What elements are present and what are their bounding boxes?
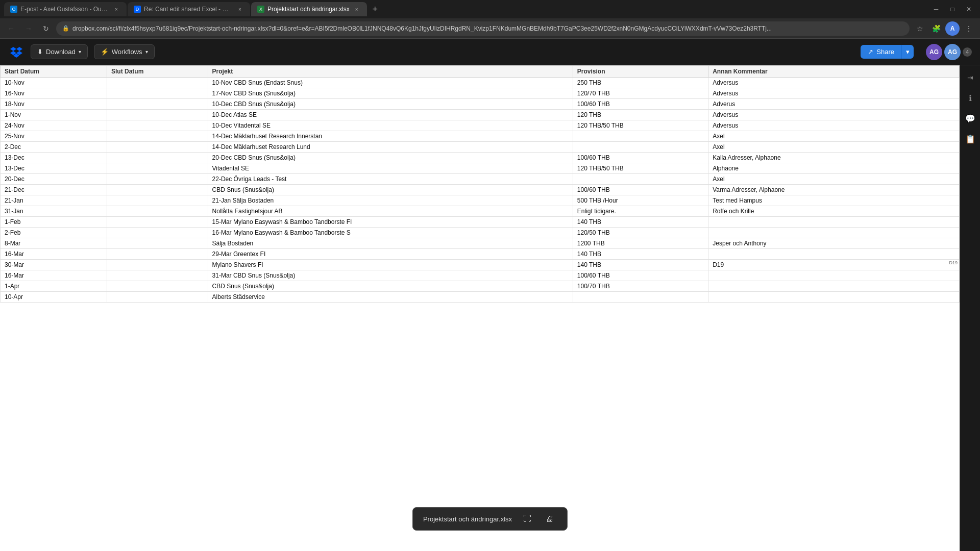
table-row[interactable]: 2-Dec14-Dec Mäklarhuset Research LundAxe… (1, 142, 960, 153)
table-cell[interactable] (107, 206, 208, 217)
notification-count[interactable]: 4 (963, 47, 972, 57)
table-row[interactable]: 1-Nov10-Dec Atlas SE120 THBAdversus (1, 110, 960, 120)
table-cell[interactable]: 1-Nov (1, 110, 107, 120)
table-cell[interactable]: 100/60 THB (573, 185, 708, 195)
table-cell[interactable]: 10-Nov CBD Snus (Endast Snus) (208, 78, 573, 88)
table-cell[interactable]: 10-Dec CBD Snus (Snus&olja) (208, 99, 573, 110)
forward-button[interactable]: → (21, 21, 36, 36)
table-cell[interactable]: 15-Mar Mylano Easywash & Bamboo Tandbors… (208, 217, 573, 228)
table-cell[interactable] (107, 281, 208, 292)
table-row[interactable]: 8-MarSälja Bostaden1200 THBJesper och An… (1, 238, 960, 249)
table-cell[interactable]: 20-Dec (1, 174, 107, 185)
table-cell[interactable]: 2-Feb (1, 228, 107, 238)
table-cell[interactable] (107, 238, 208, 249)
table-cell[interactable] (573, 142, 708, 153)
table-cell[interactable]: 120/50 THB (573, 228, 708, 238)
table-cell[interactable]: 16-Mar Mylano Easywash & Bamboo Tandbors… (208, 228, 573, 238)
table-cell[interactable] (107, 260, 208, 270)
table-cell[interactable] (708, 270, 960, 281)
menu-button[interactable]: ⋮ (962, 21, 976, 36)
table-row[interactable]: 2-Feb16-Mar Mylano Easywash & Bamboo Tan… (1, 228, 960, 238)
table-cell[interactable]: D19D19 (708, 260, 960, 270)
reload-button[interactable]: ↻ (39, 21, 53, 36)
table-cell[interactable]: Adversus (708, 110, 960, 120)
table-cell[interactable] (107, 195, 208, 206)
sidebar-info-icon[interactable]: ℹ (962, 90, 978, 106)
table-cell[interactable]: 100/70 THB (573, 281, 708, 292)
table-row[interactable]: 21-Jan21-Jan Sälja Bostaden500 THB /Hour… (1, 195, 960, 206)
table-cell[interactable]: 10-Dec Vitadental SE (208, 120, 573, 131)
table-cell[interactable] (107, 185, 208, 195)
table-cell[interactable] (107, 292, 208, 303)
table-row[interactable]: 10-AprAlberts Städservice (1, 292, 960, 303)
table-cell[interactable]: 24-Nov (1, 120, 107, 131)
table-cell[interactable]: 17-Nov CBD Snus (Snus&olja) (208, 88, 573, 99)
table-cell[interactable] (107, 99, 208, 110)
tab-close-1[interactable]: × (112, 5, 120, 13)
table-cell[interactable]: Nollåtta Fastighetsjour AB (208, 206, 573, 217)
table-cell[interactable]: 20-Dec CBD Snus (Snus&olja) (208, 153, 573, 163)
browser-tab-1[interactable]: O E-post - Axel Gustafsson - Outlo... × (4, 2, 127, 16)
table-cell[interactable]: 250 THB (573, 78, 708, 88)
table-cell[interactable]: 13-Dec (1, 163, 107, 174)
table-cell[interactable]: 100/60 THB (573, 270, 708, 281)
profile-button[interactable]: A (945, 21, 960, 36)
sidebar-comment-icon[interactable]: 💬 (962, 110, 978, 127)
workflows-button[interactable]: ⚡ Workflows ▾ (94, 44, 155, 59)
table-cell[interactable]: 120 THB/50 THB (573, 163, 708, 174)
table-cell[interactable]: Adversus (708, 78, 960, 88)
table-row[interactable]: 16-Nov17-Nov CBD Snus (Snus&olja)120/70 … (1, 88, 960, 99)
table-cell[interactable]: Adversus (708, 120, 960, 131)
table-cell[interactable]: 120 THB/50 THB (573, 120, 708, 131)
table-row[interactable]: 31-JanNollåtta Fastighetsjour ABEnligt t… (1, 206, 960, 217)
table-cell[interactable]: 16-Mar (1, 249, 107, 260)
table-cell[interactable]: 100/60 THB (573, 153, 708, 163)
table-cell[interactable]: Axel (708, 174, 960, 185)
table-cell[interactable] (573, 292, 708, 303)
table-cell[interactable]: 10-Dec Atlas SE (208, 110, 573, 120)
table-cell[interactable]: Adverus (708, 99, 960, 110)
extensions-button[interactable]: 🧩 (929, 21, 943, 36)
table-cell[interactable]: 30-Mar (1, 260, 107, 270)
table-cell[interactable] (573, 131, 708, 142)
table-row[interactable]: 13-DecVitadental SE120 THB/50 THBAlphaon… (1, 163, 960, 174)
table-cell[interactable]: Roffe och Krille (708, 206, 960, 217)
table-cell[interactable]: 31-Jan (1, 206, 107, 217)
table-cell[interactable]: Alberts Städservice (208, 292, 573, 303)
table-cell[interactable]: 22-Dec Övriga Leads - Test (208, 174, 573, 185)
table-cell[interactable] (107, 174, 208, 185)
table-cell[interactable]: 1-Apr (1, 281, 107, 292)
table-cell[interactable]: 120/70 THB (573, 88, 708, 99)
table-cell[interactable] (708, 217, 960, 228)
table-row[interactable]: 25-Nov14-Dec Mäklarhuset Research Inners… (1, 131, 960, 142)
download-button[interactable]: ⬇ Download ▾ (31, 44, 88, 59)
tab-close-3[interactable]: × (353, 5, 361, 13)
table-row[interactable]: 1-AprCBD Snus (Snus&olja)100/70 THB (1, 281, 960, 292)
spreadsheet-area[interactable]: Start Datum Slut Datum Projekt Provision… (0, 65, 960, 551)
table-cell[interactable] (708, 292, 960, 303)
share-button[interactable]: ↗ Share (861, 45, 901, 59)
table-cell[interactable]: Mylano Shavers FI (208, 260, 573, 270)
table-cell[interactable]: 500 THB /Hour (573, 195, 708, 206)
table-cell[interactable]: 14-Dec Mäklarhuset Research Lund (208, 142, 573, 153)
table-cell[interactable]: Varma Adresser, Alphaone (708, 185, 960, 195)
table-cell[interactable]: 8-Mar (1, 238, 107, 249)
table-cell[interactable] (708, 281, 960, 292)
table-row[interactable]: 21-DecCBD Snus (Snus&olja)100/60 THBVarm… (1, 185, 960, 195)
table-cell[interactable] (107, 217, 208, 228)
table-cell[interactable] (708, 228, 960, 238)
table-cell[interactable] (708, 249, 960, 260)
table-cell[interactable] (107, 249, 208, 260)
table-cell[interactable]: Alphaone (708, 163, 960, 174)
table-cell[interactable]: 140 THB (573, 260, 708, 270)
table-cell[interactable]: 2-Dec (1, 142, 107, 153)
table-row[interactable]: 16-Mar29-Mar Greentex FI140 THB (1, 249, 960, 260)
table-cell[interactable] (107, 270, 208, 281)
restore-button[interactable]: □ (945, 2, 960, 16)
table-cell[interactable]: 21-Jan (1, 195, 107, 206)
sidebar-expand-icon[interactable]: ⇥ (962, 69, 978, 86)
table-row[interactable]: 13-Dec20-Dec CBD Snus (Snus&olja)100/60 … (1, 153, 960, 163)
table-cell[interactable]: Sälja Bostaden (208, 238, 573, 249)
sidebar-clipboard-icon[interactable]: 📋 (962, 131, 978, 147)
table-cell[interactable]: Adversus (708, 88, 960, 99)
